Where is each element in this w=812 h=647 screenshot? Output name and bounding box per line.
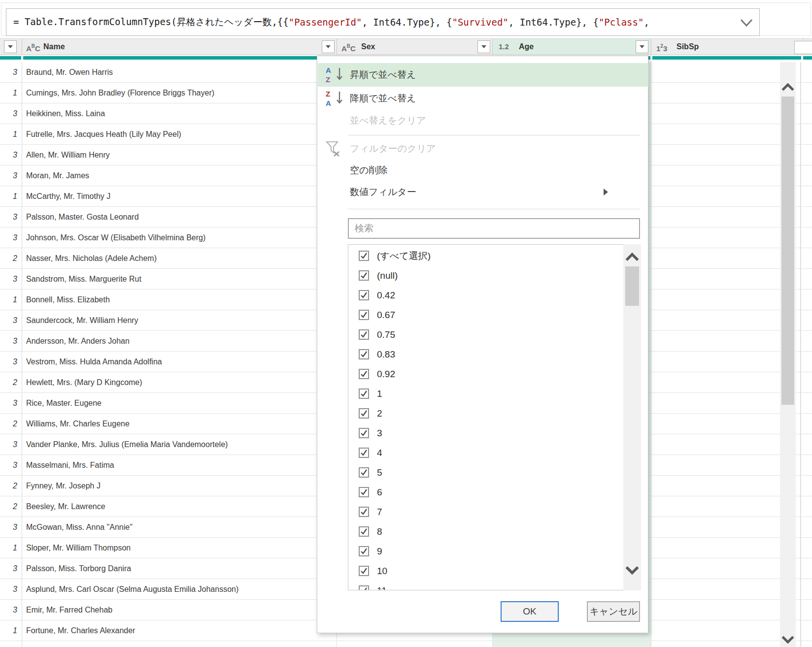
submenu-arrow-icon: [604, 189, 608, 195]
cell-sibsp: [651, 310, 801, 330]
filter-value-item[interactable]: 11: [348, 581, 641, 590]
filter-value-label: 0.67: [377, 305, 395, 325]
formula-string-segment: "Survived": [452, 17, 508, 28]
menu-item-label: 並べ替えをクリア: [350, 115, 426, 126]
filter-value-item[interactable]: 0.75: [348, 325, 641, 345]
checkbox-checked-icon[interactable]: [359, 467, 369, 478]
filter-value-item[interactable]: 9: [348, 542, 641, 561]
filter-value-item[interactable]: 4: [348, 443, 641, 463]
scroll-up-icon[interactable]: [781, 81, 794, 94]
cell-name: Johnson, Mrs. Oscar W (Elisabeth Vilhelm…: [22, 227, 337, 248]
table-row[interactable]: [0, 641, 812, 647]
cell-sibsp: [651, 393, 801, 413]
cell-name: Beesley, Mr. Lawrence: [22, 496, 337, 517]
cancel-button-label: キャンセル: [589, 605, 637, 618]
list-scrollbar[interactable]: [623, 244, 641, 590]
cell-name: Andersson, Mr. Anders Johan: [22, 331, 337, 351]
filter-value-item[interactable]: 3: [348, 423, 641, 443]
cell-sibsp: [651, 331, 801, 351]
cell-pclass: 3: [0, 455, 22, 475]
checkbox-checked-icon[interactable]: [359, 448, 369, 458]
menu-item-sort-descending[interactable]: ZA 降順で並べ替え: [318, 87, 648, 110]
cell-pclass: 3: [0, 393, 22, 413]
filter-value-item[interactable]: 7: [348, 502, 641, 522]
column-header-sibsp[interactable]: 123 SibSp: [651, 39, 803, 55]
filter-value-item[interactable]: 1: [348, 384, 641, 404]
checkbox-checked-icon[interactable]: [359, 270, 369, 281]
checkbox-checked-icon[interactable]: [359, 546, 369, 556]
scroll-down-icon[interactable]: [625, 563, 639, 577]
cell-sibsp: [651, 579, 801, 599]
checkbox-checked-icon[interactable]: [359, 526, 369, 537]
cell-sibsp: [651, 455, 801, 475]
checkbox-checked-icon[interactable]: [359, 290, 369, 300]
filter-button-age[interactable]: [636, 40, 648, 53]
cell-sibsp: [651, 620, 801, 641]
filter-value-item[interactable]: 0.83: [348, 345, 641, 364]
filter-value-item[interactable]: (null): [348, 266, 641, 286]
filter-value-label: 0.42: [377, 286, 395, 305]
menu-item-remove-empty[interactable]: 空の削除: [318, 160, 648, 181]
column-header-partial: [794, 41, 812, 54]
checkbox-checked-icon[interactable]: [359, 428, 369, 438]
formula-expand-icon[interactable]: [740, 17, 753, 29]
filter-value-item[interactable]: 0.67: [348, 305, 641, 325]
checkbox-checked-icon[interactable]: [359, 349, 369, 359]
checkbox-checked-icon[interactable]: [359, 566, 369, 576]
checkbox-checked-icon[interactable]: [359, 329, 369, 340]
chevron-down-icon: [640, 45, 644, 48]
column-header-sex[interactable]: ABC Sex: [337, 39, 493, 55]
checkbox-checked-icon[interactable]: [359, 251, 369, 261]
vertical-scrollbar[interactable]: [780, 62, 796, 647]
column-quality-bar: [803, 56, 812, 60]
cell-name: Moran, Mr. James: [22, 165, 337, 186]
filter-button-name[interactable]: [322, 40, 335, 53]
filter-button-sex[interactable]: [477, 40, 490, 53]
column-header-pclass[interactable]: [0, 39, 22, 55]
cell-pclass: 3: [0, 310, 22, 330]
formula-input[interactable]: = Table.TransformColumnTypes(昇格されたヘッダー数,…: [6, 8, 760, 36]
search-input[interactable]: [348, 218, 640, 239]
cell-pclass: 3: [0, 227, 22, 248]
cell-name: Fynney, Mr. Joseph J: [22, 476, 337, 496]
cell-pclass: 3: [0, 331, 22, 351]
filter-button-pclass[interactable]: [4, 40, 17, 53]
column-header-age-selected[interactable]: 1.2 Age: [493, 39, 651, 55]
scroll-up-icon[interactable]: [625, 250, 639, 264]
cancel-button[interactable]: キャンセル: [587, 601, 640, 622]
ok-button[interactable]: OK: [501, 601, 559, 622]
menu-item-number-filters[interactable]: 数値フィルター: [318, 181, 648, 203]
filter-value-item[interactable]: 2: [348, 404, 641, 423]
cell-pclass: 2: [0, 414, 22, 434]
menu-item-sort-ascending[interactable]: AZ 昇順で並べ替え: [318, 63, 648, 87]
checkbox-checked-icon[interactable]: [359, 310, 369, 320]
cell-sibsp: [651, 165, 801, 186]
checkbox-checked-icon[interactable]: [359, 507, 369, 517]
checkbox-checked-icon[interactable]: [359, 388, 369, 399]
scrollbar-thumb[interactable]: [625, 266, 639, 306]
column-label: SibSp: [677, 39, 699, 55]
filter-value-item[interactable]: (すべて選択): [348, 246, 641, 266]
menu-divider: [348, 135, 640, 135]
checkbox-checked-icon[interactable]: [359, 585, 369, 590]
checkbox-checked-icon[interactable]: [359, 487, 369, 497]
filter-value-item[interactable]: 6: [348, 483, 641, 502]
cell-pclass: 3: [0, 434, 22, 454]
filter-value-item[interactable]: 8: [348, 522, 641, 542]
cell-pclass: 1: [0, 620, 22, 641]
cell-sibsp: [651, 186, 801, 206]
filter-value-item[interactable]: 0.42: [348, 286, 641, 305]
scroll-down-icon[interactable]: [781, 633, 794, 646]
cell-sibsp: [651, 103, 801, 124]
cell-pclass: 3: [0, 558, 22, 579]
filter-value-label: 8: [377, 522, 382, 542]
filter-value-item[interactable]: 0.92: [348, 364, 641, 384]
checkbox-checked-icon[interactable]: [359, 408, 369, 419]
scrollbar-thumb[interactable]: [781, 97, 794, 405]
cell-name: Masselmani, Mrs. Fatima: [22, 455, 337, 475]
column-header-name[interactable]: ABC Name: [22, 39, 337, 55]
checkbox-checked-icon[interactable]: [359, 369, 369, 379]
cell-pclass: 3: [0, 145, 22, 165]
filter-value-item[interactable]: 5: [348, 463, 641, 483]
filter-value-item[interactable]: 10: [348, 561, 641, 581]
